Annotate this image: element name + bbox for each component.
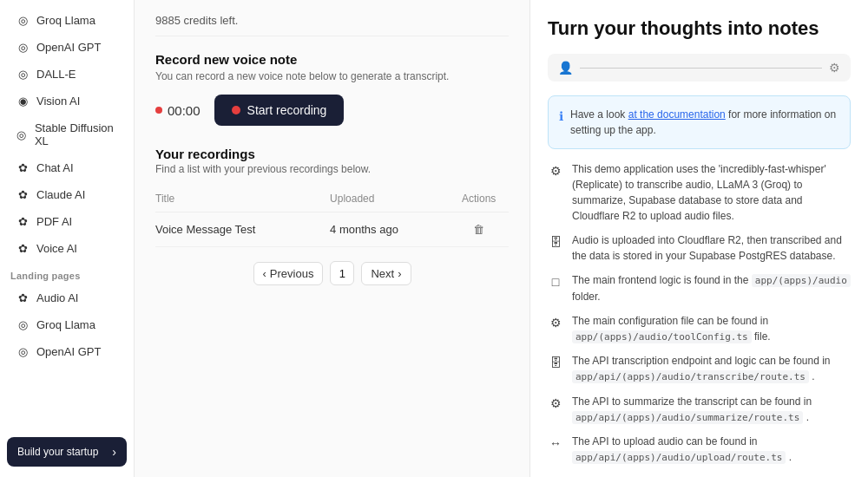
gear-icon: ⚙ bbox=[548, 162, 563, 180]
sidebar-item-groq-llama2[interactable]: ◎ Groq Llama bbox=[5, 312, 128, 337]
api-icon: 🗄 bbox=[548, 354, 563, 372]
list-item: 🗄 Audio is uploaded into Cloudflare R2, … bbox=[548, 232, 851, 264]
record-dot-icon bbox=[232, 106, 240, 114]
audio-ai-icon: ✿ bbox=[16, 291, 30, 304]
list-item: □ The main frontend logic is found in th… bbox=[548, 272, 851, 304]
sidebar-item-pdf-ai[interactable]: ✿ PDF AI bbox=[5, 209, 128, 234]
sidebar-item-audio-ai[interactable]: ✿ Audio AI bbox=[5, 285, 128, 310]
credits-display: 9885 credits left. bbox=[155, 14, 509, 36]
build-startup-button[interactable]: Build your startup › bbox=[7, 437, 127, 467]
delete-icon[interactable]: 🗑 bbox=[473, 223, 484, 236]
pagination: ‹ Previous 1 Next › bbox=[155, 261, 509, 285]
info-box: ℹ Have a look at the documentation for m… bbox=[548, 95, 851, 149]
info-list: ⚙ This demo application uses the 'incred… bbox=[548, 161, 851, 477]
panel-title: Turn your thoughts into notes bbox=[548, 17, 851, 40]
recordings-desc: Find a list with your previous recording… bbox=[155, 163, 509, 175]
vision-icon: ◉ bbox=[16, 95, 30, 108]
list-item: 🗄 The API transcription endpoint and log… bbox=[548, 353, 851, 385]
prev-page-button[interactable]: ‹ Previous bbox=[253, 262, 324, 285]
page-number[interactable]: 1 bbox=[330, 261, 354, 285]
sidebar-item-groq-llama[interactable]: ◎ Groq Llama bbox=[5, 8, 128, 33]
main-content: 9885 credits left. Record new voice note… bbox=[135, 0, 529, 477]
timer-display: 00:00 bbox=[155, 103, 201, 118]
sidebar-item-openai-gpt2[interactable]: ◎ OpenAI GPT bbox=[5, 339, 128, 364]
groq2-icon: ◎ bbox=[16, 318, 30, 331]
col-actions: Actions bbox=[449, 186, 509, 212]
openai2-icon: ◎ bbox=[16, 345, 30, 358]
next-page-button[interactable]: Next › bbox=[361, 262, 411, 285]
list-item: ↔ The API to upload audio can be found i… bbox=[548, 434, 851, 466]
landing-pages-label: Landing pages bbox=[0, 262, 134, 284]
recorder-row: 00:00 Start recording bbox=[155, 95, 509, 126]
search-bar: 👤 ⚙ bbox=[548, 54, 851, 82]
upload-icon: ↔ bbox=[548, 435, 563, 453]
recording-title: Voice Message Test bbox=[155, 212, 330, 247]
list-item: 🗑 The API to delete audio & Supabase ent… bbox=[548, 474, 851, 478]
dalle-icon: ◎ bbox=[16, 68, 30, 81]
recordings-section: Your recordings Find a list with your pr… bbox=[155, 147, 509, 285]
chevron-right-icon: › bbox=[398, 267, 401, 280]
chat-ai-icon: ✿ bbox=[16, 161, 30, 174]
sidebar-item-stable-diffusion[interactable]: ◎ Stable Diffusion XL bbox=[5, 115, 128, 154]
groq-icon: ◎ bbox=[16, 14, 30, 27]
sidebar-item-openai-gpt[interactable]: ◎ OpenAI GPT bbox=[5, 35, 128, 60]
database-icon: 🗄 bbox=[548, 233, 563, 252]
search-divider bbox=[580, 68, 822, 69]
chevron-left-icon: ‹ bbox=[263, 267, 266, 280]
sidebar-item-chat-ai[interactable]: ✿ Chat AI bbox=[5, 155, 128, 180]
stable-diffusion-icon: ◎ bbox=[16, 128, 28, 141]
record-section-title: Record new voice note bbox=[155, 52, 509, 67]
recordings-title: Your recordings bbox=[155, 147, 509, 161]
sidebar-item-dalle[interactable]: ◎ DALL-E bbox=[5, 62, 128, 87]
list-item: ⚙ The API to summarize the transcript ca… bbox=[548, 394, 851, 426]
list-item: ⚙ This demo application uses the 'incred… bbox=[548, 161, 851, 224]
sidebar: ◎ Groq Llama ◎ OpenAI GPT ◎ DALL-E ◉ Vis… bbox=[0, 0, 135, 477]
timer-dot bbox=[155, 107, 162, 114]
recording-uploaded: 4 months ago bbox=[330, 212, 449, 247]
sidebar-item-voice-ai[interactable]: ✿ Voice AI bbox=[5, 236, 128, 261]
sidebar-item-claude-ai[interactable]: ✿ Claude AI bbox=[5, 182, 128, 207]
sidebar-item-vision-ai[interactable]: ◉ Vision AI bbox=[5, 88, 128, 114]
config-icon: ⚙ bbox=[548, 314, 563, 332]
recording-actions: 🗑 bbox=[449, 212, 509, 247]
ai-icon: ⚙ bbox=[829, 61, 840, 75]
folder-icon: □ bbox=[548, 273, 563, 291]
recordings-table: Title Uploaded Actions Voice Message Tes… bbox=[155, 186, 509, 247]
info-icon: ℹ bbox=[559, 108, 563, 126]
col-uploaded: Uploaded bbox=[330, 186, 449, 212]
pdf-icon: ✿ bbox=[16, 215, 30, 228]
user-icon: 👤 bbox=[558, 61, 573, 75]
voice-icon: ✿ bbox=[16, 242, 30, 255]
record-section-desc: You can record a new voice note below to… bbox=[155, 70, 509, 82]
table-row: Voice Message Test 4 months ago 🗑 bbox=[155, 212, 509, 247]
openai-icon: ◎ bbox=[16, 41, 30, 54]
start-recording-button[interactable]: Start recording bbox=[214, 95, 345, 126]
col-title: Title bbox=[155, 186, 330, 212]
summarize-icon: ⚙ bbox=[548, 395, 563, 413]
arrow-right-icon: › bbox=[112, 445, 116, 459]
documentation-link[interactable]: at the documentation bbox=[628, 108, 726, 121]
list-item: ⚙ The main configuration file can be fou… bbox=[548, 313, 851, 345]
right-panel: Turn your thoughts into notes 👤 ⚙ ℹ Have… bbox=[529, 0, 868, 477]
claude-icon: ✿ bbox=[16, 188, 30, 201]
